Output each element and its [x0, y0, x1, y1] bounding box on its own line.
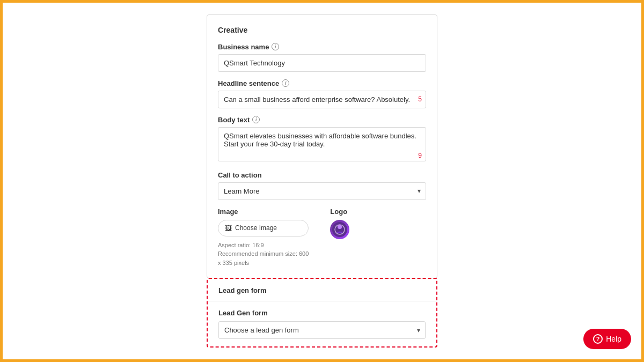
logo-svg: [332, 221, 348, 238]
headline-sentence-field-group: Headline sentence i 5: [218, 79, 426, 108]
logo-section: Logo: [330, 208, 349, 268]
image-icon: 🖼: [225, 224, 232, 232]
choose-image-label: Choose Image: [235, 224, 277, 232]
content-area: Creative Business name i Headline senten…: [207, 14, 437, 348]
body-text-field-group: Body text i QSmart elevates businesses w…: [218, 116, 426, 164]
svg-point-2: [338, 225, 342, 229]
body-text-label: Body text i: [218, 116, 426, 124]
image-section-label: Image: [218, 208, 309, 216]
page-wrapper: Creative Business name i Headline senten…: [3, 3, 641, 359]
lead-gen-select-wrapper: Choose a lead gen form ▾: [218, 321, 426, 339]
headline-sentence-label: Headline sentence i: [218, 79, 426, 87]
headline-sentence-info-icon[interactable]: i: [282, 79, 289, 87]
logo-avatar: [330, 220, 349, 239]
cta-select[interactable]: Learn More Shop Now Sign Up Contact Us D…: [218, 182, 426, 200]
image-logo-row: Image 🖼 Choose Image Aspect ratio: 16:9 …: [218, 208, 426, 268]
body-text-char-count: 9: [418, 152, 422, 159]
lead-gen-header: Lead gen form: [208, 279, 436, 301]
image-section: Image 🖼 Choose Image Aspect ratio: 16:9 …: [218, 208, 309, 268]
lead-gen-form-label: Lead Gen form: [218, 309, 426, 317]
business-name-field-group: Business name i: [218, 43, 426, 72]
lead-gen-body: Lead Gen form Choose a lead gen form ▾: [208, 301, 436, 346]
call-to-action-field-group: Call to action Learn More Shop Now Sign …: [218, 171, 426, 200]
help-button[interactable]: ? Help: [583, 329, 631, 349]
headline-sentence-input[interactable]: [218, 91, 426, 108]
cta-select-wrapper: Learn More Shop Now Sign Up Contact Us D…: [218, 182, 426, 200]
body-text-input[interactable]: QSmart elevates businesses with affordab…: [218, 127, 426, 161]
choose-image-button[interactable]: 🖼 Choose Image: [218, 220, 309, 237]
logo-section-label: Logo: [330, 208, 349, 216]
lead-gen-select[interactable]: Choose a lead gen form: [218, 321, 426, 339]
lead-gen-wrapper: Lead gen form Lead Gen form Choose a lea…: [207, 278, 437, 348]
body-text-wrapper: QSmart elevates businesses with affordab…: [218, 127, 426, 164]
business-name-label: Business name i: [218, 43, 426, 51]
help-label: Help: [606, 335, 621, 343]
headline-input-wrapper: 5: [218, 91, 426, 108]
help-circle-icon: ?: [593, 334, 603, 344]
business-name-info-icon[interactable]: i: [272, 43, 279, 50]
svg-point-0: [332, 222, 347, 237]
business-name-input[interactable]: [218, 54, 426, 72]
call-to-action-label: Call to action: [218, 171, 426, 179]
image-hint: Aspect ratio: 16:9 Recommended minimum s…: [218, 241, 309, 268]
creative-card-title: Creative: [218, 26, 426, 34]
headline-char-count: 5: [418, 95, 422, 103]
body-text-info-icon[interactable]: i: [252, 116, 260, 123]
creative-card: Creative Business name i Headline senten…: [207, 14, 437, 279]
lead-gen-section-title: Lead gen form: [218, 286, 426, 294]
